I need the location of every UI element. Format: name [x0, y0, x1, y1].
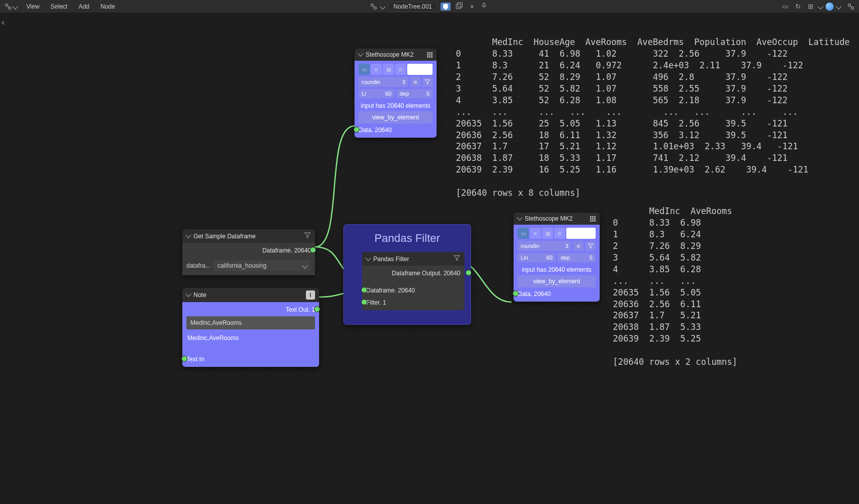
header-right: ▭ ↻ ⊞	[780, 2, 855, 11]
view-by-element-button[interactable]: view_by_element	[359, 111, 433, 123]
node-header[interactable]: Pandas Filter	[362, 252, 464, 266]
node-canvas[interactable]: Get Sample Dataframe Dataframe. 20640 da…	[0, 13, 859, 504]
node-note[interactable]: Note i Text Out. 1 MedInc,AveRooms MedIn…	[182, 288, 319, 367]
shading-sphere-icon[interactable]	[826, 3, 834, 11]
svg-point-1	[9, 7, 11, 9]
input-socket[interactable]	[361, 287, 367, 293]
output-socket[interactable]	[465, 270, 472, 276]
node-body: Dataframe. 20640 datafra... california_h…	[182, 243, 315, 275]
node-get-sample-dataframe[interactable]: Get Sample Dataframe Dataframe. 20640 da…	[182, 229, 315, 275]
mode-panel-icon[interactable]: ▤	[542, 228, 553, 239]
snap-icon[interactable]: ⊞	[806, 2, 815, 11]
fake-user-shield[interactable]	[441, 3, 451, 11]
chevron-down-icon	[302, 263, 307, 268]
menu-view[interactable]: View	[21, 1, 45, 12]
main-menu: View Select Add Node	[21, 1, 120, 12]
input-socket-row: Filter. 1	[366, 298, 460, 307]
nodetree-name-field[interactable]: NodeTree.001	[388, 2, 438, 12]
mode-monitor-icon[interactable]: ▭	[518, 228, 529, 239]
grid-icon[interactable]	[427, 52, 433, 58]
output-label: Text Out. 1	[286, 306, 315, 313]
pin-button[interactable]	[479, 2, 489, 11]
node-title: Get Sample Dataframe	[193, 233, 256, 240]
mode-list-icon[interactable]: ≡	[530, 228, 541, 239]
depth-field[interactable]: dep5	[558, 253, 596, 262]
mode-panel-icon[interactable]: ▤	[383, 64, 394, 75]
filter-icon[interactable]	[453, 255, 460, 263]
dataset-dropdown[interactable]: california_housing	[213, 260, 311, 271]
mode-link-icon[interactable]: ⎘	[554, 228, 565, 239]
input-socket[interactable]	[354, 127, 360, 133]
input-socket-row: Dataframe. 20640	[366, 286, 460, 295]
color-input[interactable]	[407, 64, 433, 75]
input-socket-row: Data. 20640	[359, 125, 433, 135]
roundin-field[interactable]: roundin3	[359, 77, 408, 87]
output-socket[interactable]	[310, 247, 316, 253]
chevron-down-icon	[12, 4, 18, 9]
chevron-down-icon[interactable]	[380, 4, 385, 9]
input-socket[interactable]	[513, 290, 519, 297]
select-tool-icon[interactable]: ▭	[780, 2, 790, 11]
node-frame-pandas-filter[interactable]: Pandas Filter Pandas Filter Dataframe Ou…	[343, 224, 471, 325]
filter-icon[interactable]	[585, 241, 596, 251]
node-stethoscope-1[interactable]: Stethoscope MK2 ▭ ≡ ▤ ⎘ roundin3 ≡ Li60 …	[355, 49, 437, 138]
new-nodetree-button[interactable]	[454, 1, 465, 12]
mode-monitor-icon[interactable]: ▭	[359, 64, 370, 75]
chevron-down-icon[interactable]	[817, 4, 823, 9]
align-icon[interactable]: ≡	[573, 241, 583, 251]
svg-rect-4	[458, 3, 462, 7]
info-icon[interactable]: i	[306, 290, 315, 300]
menu-node[interactable]: Node	[96, 1, 121, 12]
node-header[interactable]: Stethoscope MK2	[514, 213, 600, 225]
node-header[interactable]: Note i	[182, 288, 319, 302]
refresh-icon[interactable]: ↻	[793, 2, 803, 11]
lines-field[interactable]: Li60	[359, 89, 395, 98]
input-socket[interactable]	[361, 299, 367, 305]
chevron-down-icon[interactable]	[836, 4, 841, 9]
info-text: input has 20640 elements	[359, 100, 433, 111]
filter-icon[interactable]	[422, 77, 433, 87]
menu-select[interactable]: Select	[46, 1, 72, 12]
svg-point-7	[851, 7, 854, 9]
align-icon[interactable]: ≡	[410, 77, 420, 87]
chevron-down-icon[interactable]	[365, 255, 371, 261]
chevron-down-icon[interactable]	[517, 215, 522, 220]
svg-point-3	[374, 7, 376, 9]
property-row: datafra... california_housing	[186, 259, 311, 272]
output-socket[interactable]	[314, 306, 320, 312]
node-header[interactable]: Stethoscope MK2	[355, 49, 437, 61]
param-row: Lin60 dep5	[518, 253, 596, 262]
depth-field[interactable]: dep5	[397, 89, 433, 98]
param-row: roundin3 ≡	[518, 241, 596, 251]
node-title: Stethoscope MK2	[525, 215, 573, 222]
unlink-button[interactable]: ×	[468, 2, 476, 12]
chevron-down-icon[interactable]	[185, 291, 191, 297]
menu-add[interactable]: Add	[73, 1, 94, 12]
chevron-down-icon[interactable]	[358, 51, 363, 56]
node-header[interactable]: Get Sample Dataframe	[182, 229, 315, 243]
color-input[interactable]	[566, 228, 596, 239]
dropdown-value: california_housing	[217, 262, 266, 269]
filter-icon[interactable]	[304, 232, 311, 240]
roundin-field[interactable]: roundin3	[518, 241, 571, 251]
note-text-input[interactable]: MedInc,AveRooms	[186, 316, 315, 329]
grid-icon[interactable]	[590, 216, 596, 222]
param-row: roundin3 ≡	[359, 77, 433, 87]
view-by-element-button[interactable]: view_by_element	[518, 275, 596, 287]
node-stethoscope-2[interactable]: Stethoscope MK2 ▭ ≡ ▤ ⎘ roundin3 ≡ Lin60…	[514, 213, 600, 302]
node-body: Text Out. 1 MedInc,AveRooms MedInc,AveRo…	[182, 302, 319, 367]
chevron-down-icon[interactable]	[185, 232, 191, 238]
mode-link-icon[interactable]: ⎘	[395, 64, 406, 75]
node-editor-icon[interactable]	[847, 3, 855, 11]
node-pandas-filter[interactable]: Pandas Filter Dataframe Output. 20640 Da…	[362, 252, 464, 310]
node-body: Dataframe Output. 20640 Dataframe. 20640…	[362, 266, 464, 310]
lines-field[interactable]: Lin60	[518, 253, 556, 262]
header-center: NodeTree.001 ×	[370, 1, 489, 12]
editor-type-dropdown[interactable]	[4, 3, 17, 11]
mode-list-icon[interactable]: ≡	[371, 64, 382, 75]
output-label: Dataframe Output. 20640	[392, 270, 460, 277]
output-socket-row: Dataframe Output. 20640	[366, 269, 460, 278]
input-socket-row: Text In	[186, 355, 315, 364]
info-text: input has 20640 elements	[518, 264, 596, 275]
input-socket[interactable]	[181, 356, 187, 362]
